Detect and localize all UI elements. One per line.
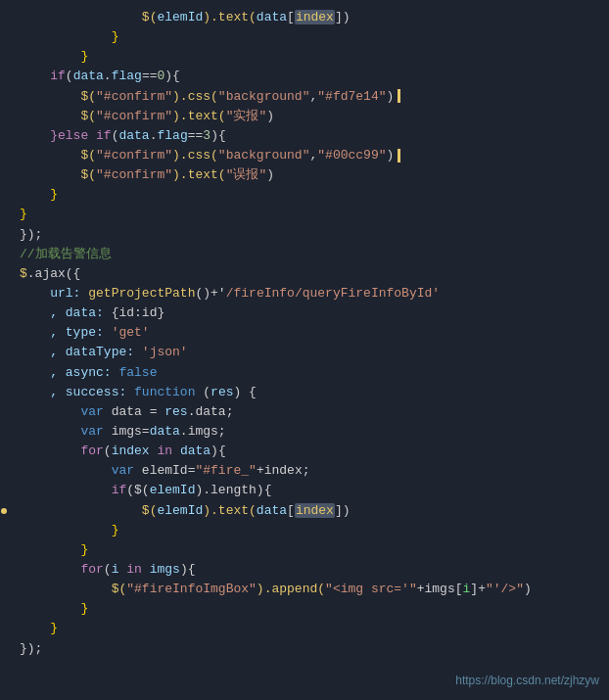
- code-line: for(index in data){: [0, 442, 609, 461]
- code-token: [: [287, 10, 295, 24]
- line-text: if(data.flag==0){: [8, 67, 601, 86]
- code-line: }else if(data.flag==3){: [0, 126, 609, 146]
- code-token: elemId: [150, 483, 196, 497]
- line-text: for(i in imgs){: [8, 560, 601, 580]
- code-token: {id:id}: [112, 305, 165, 320]
- line-text: , type: 'get': [8, 323, 601, 343]
- code-token: var: [112, 463, 134, 478]
- code-token: ).append(: [257, 582, 325, 596]
- code-token: "#confirm": [96, 167, 172, 182]
- code-token: }: [20, 207, 27, 221]
- code-token: ).text(: [172, 109, 226, 123]
- code-token: res: [164, 404, 187, 419]
- code-line: }: [0, 599, 609, 619]
- line-text: , data: {id:id}: [8, 303, 601, 323]
- code-token: (: [104, 562, 112, 577]
- code-line: }: [0, 185, 609, 205]
- code-line: }: [0, 521, 609, 540]
- code-token: if: [112, 483, 127, 497]
- code-token: elemId=: [134, 463, 195, 478]
- line-text: }: [8, 27, 601, 47]
- code-token: .: [104, 69, 112, 83]
- code-token: }: [50, 187, 58, 202]
- code-line: var imgs=data.imgs;: [0, 422, 609, 442]
- code-token: if: [50, 69, 66, 83]
- code-line: $("#confirm").text("实报"): [0, 107, 609, 126]
- code-token: $(: [112, 582, 127, 596]
- code-token: }: [80, 49, 88, 64]
- code-token: "#confirm": [96, 148, 172, 163]
- code-token: ): [266, 167, 274, 182]
- code-token: elemId: [157, 503, 203, 518]
- code-token: "background": [218, 148, 310, 163]
- code-token: "#confirm": [96, 89, 172, 104]
- code-token: elemId: [157, 10, 203, 24]
- code-token: }: [112, 523, 119, 537]
- code-token: $(: [80, 109, 96, 123]
- code-token: (: [195, 385, 211, 399]
- code-line: $("#confirm").text("误报"): [0, 165, 609, 185]
- code-token: "误报": [226, 167, 267, 182]
- code-token: ).text(: [203, 503, 257, 518]
- line-text: , dataType: 'json': [8, 343, 601, 362]
- line-text: var imgs=data.imgs;: [8, 422, 601, 442]
- code-token: data: [150, 424, 180, 439]
- line-text: }: [8, 540, 601, 560]
- line-text: $(elemId).text(data[index]): [8, 8, 601, 27]
- code-token: "'/>": [486, 582, 524, 596]
- code-token: ]+: [470, 582, 486, 596]
- code-token: ): [524, 582, 532, 596]
- code-token: var: [80, 424, 103, 439]
- code-token: $(: [142, 10, 158, 24]
- code-line: }: [0, 205, 609, 224]
- code-token: ){: [211, 443, 226, 458]
- code-token: });: [20, 227, 42, 242]
- code-token: ) {: [233, 385, 256, 399]
- code-token: "#fireInfoImgBox": [126, 582, 257, 596]
- code-line: //加载告警信息: [0, 245, 609, 264]
- code-line: $("#confirm").css("background","#fd7e14"…: [0, 87, 609, 107]
- code-token: ).css(: [172, 148, 218, 163]
- code-token: }else if: [50, 128, 111, 143]
- line-text: var data = res.data;: [8, 402, 601, 422]
- code-token: flag: [157, 128, 187, 143]
- line-text: }else if(data.flag==3){: [8, 126, 601, 146]
- code-token: $(: [80, 148, 96, 163]
- code-token: .data;: [188, 404, 234, 419]
- code-line: $("#confirm").css("background","#00cc99"…: [0, 146, 609, 165]
- code-token: ==: [188, 128, 204, 143]
- line-text: url: getProjectPath()+'/fireInfo/queryFi…: [8, 284, 601, 303]
- line-text: if($(elemId).length){: [8, 481, 601, 500]
- line-text: $.ajax({: [8, 264, 601, 284]
- code-token: ).text(: [172, 167, 226, 182]
- code-token: }: [50, 621, 58, 635]
- code-token: in: [150, 443, 180, 458]
- code-token: "#00cc99": [317, 148, 386, 163]
- code-token: data: [180, 443, 211, 458]
- code-token: data: [257, 10, 287, 24]
- line-text: }: [8, 185, 601, 205]
- line-text: }: [8, 619, 601, 638]
- code-token: "#fd7e14": [317, 89, 386, 104]
- line-text: $(elemId).text(data[index]): [8, 501, 601, 521]
- code-line: $("#fireInfoImgBox").append("<img src='"…: [0, 580, 609, 599]
- code-line: var elemId="#fire_"+index;: [0, 461, 609, 481]
- code-line: $.ajax({: [0, 264, 609, 284]
- code-token: function: [134, 385, 195, 399]
- line-text: var elemId="#fire_"+index;: [8, 461, 601, 481]
- code-token: ]): [335, 10, 351, 24]
- line-text: , success: function (res) {: [8, 383, 601, 402]
- code-line: $(elemId).text(data[index]): [0, 8, 609, 27]
- code-token: $(: [80, 89, 96, 104]
- code-token: getProjectPath: [88, 286, 195, 301]
- code-token: 'json': [142, 345, 188, 359]
- code-line: });: [0, 225, 609, 245]
- line-text: $("#confirm").css("background","#fd7e14"…: [8, 87, 601, 107]
- code-line: , type: 'get': [0, 323, 609, 343]
- code-token: ': [432, 286, 440, 301]
- watermark: https://blog.csdn.net/zjhzyw: [455, 672, 599, 690]
- code-token: (: [66, 69, 73, 83]
- code-line: }: [0, 540, 609, 560]
- line-indicator: [398, 149, 400, 163]
- code-token: ){: [164, 69, 180, 83]
